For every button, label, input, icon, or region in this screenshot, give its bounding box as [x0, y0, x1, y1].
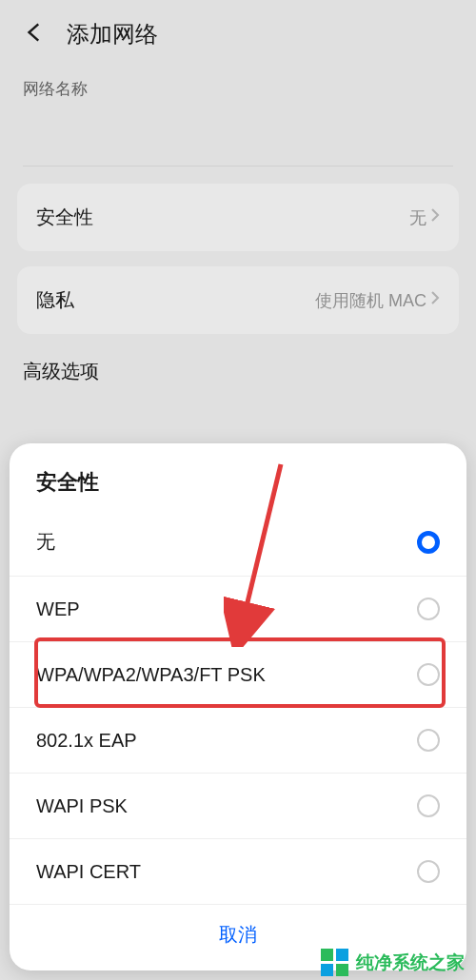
logo-squares-icon	[321, 949, 348, 976]
radio-icon	[417, 860, 440, 883]
sheet-title: 安全性	[10, 468, 466, 508]
security-sheet: 安全性 无 WEP WPA/WPA2/WPA3/FT PSK 802.1x EA…	[10, 443, 466, 970]
option-8021x-eap[interactable]: 802.1x EAP	[10, 708, 466, 774]
option-wapi-psk[interactable]: WAPI PSK	[10, 774, 466, 839]
radio-icon	[417, 729, 440, 752]
watermark-text: 纯净系统之家	[356, 951, 465, 975]
watermark-logo: 纯净系统之家	[321, 949, 465, 976]
radio-icon	[417, 598, 440, 620]
option-label: 无	[36, 529, 55, 555]
option-label: WPA/WPA2/WPA3/FT PSK	[36, 664, 266, 686]
option-none[interactable]: 无	[10, 508, 466, 577]
option-wep[interactable]: WEP	[10, 577, 466, 642]
option-label: WEP	[36, 598, 80, 620]
option-wapi-cert[interactable]: WAPI CERT	[10, 839, 466, 905]
option-label: 802.1x EAP	[36, 730, 137, 752]
radio-icon	[417, 794, 440, 817]
option-wpa-psk[interactable]: WPA/WPA2/WPA3/FT PSK	[10, 642, 466, 708]
option-label: WAPI CERT	[36, 861, 141, 883]
radio-selected-icon	[417, 531, 440, 554]
option-label: WAPI PSK	[36, 795, 128, 817]
radio-icon	[417, 663, 440, 686]
